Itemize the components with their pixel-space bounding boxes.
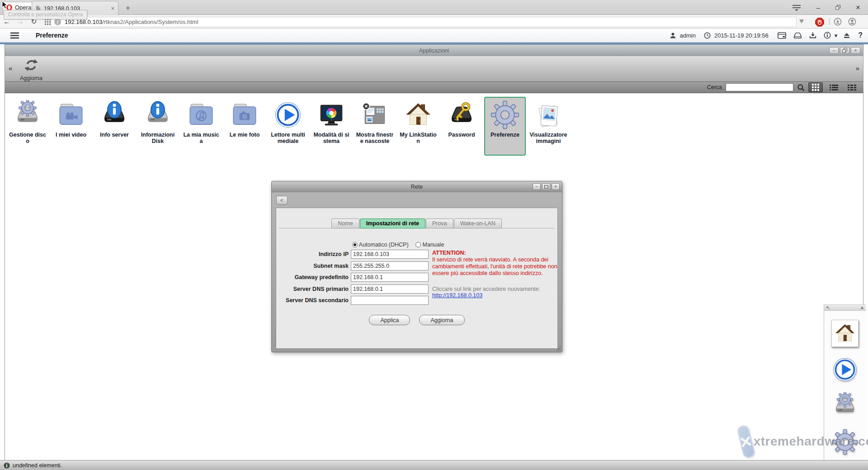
tab-prova[interactable]: Prova (426, 218, 453, 228)
apply-button[interactable]: Applica (369, 315, 410, 325)
search-icon[interactable] (797, 84, 805, 91)
dock-disk-gear[interactable] (824, 392, 866, 419)
app-hidden-windows[interactable]: Mostra finestre nascoste (354, 97, 396, 147)
browser-tab-bar: Opera 192.168.0.103 × + – × (0, 0, 868, 15)
indirizzo-ip-input[interactable] (351, 250, 429, 259)
app-label: Info server (95, 132, 133, 138)
gateway-predefinito-label: Gateway predefinito (276, 274, 349, 280)
indirizzo-ip-label: Indirizzo IP (276, 251, 349, 257)
download-tray-icon[interactable] (809, 32, 816, 39)
gear-icon (486, 100, 524, 130)
dhcp-radio[interactable] (352, 242, 358, 247)
downloads-icon[interactable] (834, 18, 842, 26)
drive-icon[interactable] (793, 32, 802, 39)
plus-icon: + (126, 4, 130, 12)
new-tab-button[interactable]: + (122, 3, 134, 14)
datetime: 2015-11-19 20:19:56 (714, 32, 769, 39)
user-name[interactable]: admin (680, 32, 696, 39)
caret-down-icon[interactable]: ▾ (835, 33, 838, 38)
app-window-minimize-button[interactable]: – (829, 47, 839, 54)
search-input[interactable] (726, 83, 793, 91)
app-home[interactable]: My LinkStation (397, 97, 439, 147)
dialog-resize-grip[interactable] (555, 345, 561, 351)
dialog-titlebar[interactable]: Rete – × (272, 181, 562, 192)
help-button[interactable]: ? (858, 31, 863, 39)
tab-impostazioni-di-rete[interactable]: Impostazioni di rete (360, 218, 425, 228)
dock-home[interactable] (824, 320, 866, 347)
tab-wake-on-lan[interactable]: Wake-on-LAN (454, 218, 502, 228)
status-text: undefined elementi. (13, 462, 62, 469)
desktop-window-icon[interactable] (778, 32, 786, 39)
dialog-back-button[interactable]: < (276, 196, 288, 204)
subnet-mask-input[interactable] (351, 261, 429, 271)
applications-window-titlebar[interactable]: Applicazioni – × (5, 44, 863, 56)
close-icon: × (854, 48, 857, 53)
window-restore-button[interactable] (828, 0, 848, 15)
app-folder-video[interactable]: I miei video (50, 97, 92, 141)
minimize-icon: – (535, 185, 538, 189)
list-view-icon (830, 84, 838, 90)
refresh-label: Aggiorna (17, 75, 46, 81)
window-close-button[interactable]: × (848, 0, 868, 15)
url-host: 192.168.0.103 (65, 19, 102, 25)
app-image-viewer[interactable]: Visualizzatore immagini (528, 97, 569, 147)
form-row: Indirizzo IP (276, 250, 439, 259)
refresh-button[interactable]: Aggiorna (17, 58, 46, 81)
app-system-mode[interactable]: Modalità di sistema (311, 97, 352, 147)
app-window-restore-button[interactable] (840, 47, 849, 54)
view-grid-button[interactable] (808, 82, 823, 92)
view-detail-button[interactable] (844, 82, 859, 92)
app-folder-music[interactable]: La mia musica (180, 97, 222, 147)
dock-corner-arrow-icon[interactable] (826, 306, 830, 310)
status-info-icon (4, 462, 10, 469)
applications-window-title: Applicazioni (419, 47, 449, 54)
hamburger-menu-icon[interactable] (10, 32, 19, 39)
app-media-player[interactable]: Lettore multimediale (267, 97, 309, 147)
dialog-minimize-button[interactable]: – (533, 183, 541, 190)
app-label: Password (443, 132, 481, 138)
app-password-key[interactable]: Password (441, 97, 482, 141)
dialog-close-button[interactable]: × (552, 183, 560, 190)
eject-icon[interactable] (844, 33, 850, 38)
status-bar: undefined elementi. (0, 460, 868, 470)
subnet-mask-label: Subnet mask (276, 263, 349, 269)
window-minimize-button[interactable]: – (808, 0, 828, 15)
app-window-close-button[interactable]: × (851, 47, 860, 54)
app-label: Mostra finestre nascoste (356, 132, 394, 144)
opera-button-tooltip: Controlla e personalizza Opera (4, 10, 87, 19)
server-dns-primario-input[interactable] (351, 285, 429, 294)
dialog-maximize-button[interactable] (542, 183, 550, 190)
app-server-info[interactable]: Info server (94, 97, 135, 141)
restore-icon (835, 5, 841, 10)
app-gear[interactable]: Preferenze (484, 97, 526, 156)
relogin-link[interactable]: http://192.168.0.103 (432, 292, 482, 299)
clock-icon (704, 32, 711, 39)
scroll-up-icon[interactable] (860, 306, 864, 309)
detail-view-icon (848, 84, 856, 90)
collapse-left-chevron[interactable]: « (9, 64, 12, 72)
dock-media-player[interactable] (824, 356, 866, 383)
tab-nome[interactable]: Nome (331, 218, 359, 228)
tab-close-icon[interactable]: × (111, 5, 114, 11)
app-disk-gear[interactable]: Gestione disco (7, 97, 48, 147)
refresh-dialog-button[interactable]: Aggiorna (419, 315, 464, 325)
minimize-icon: – (833, 48, 835, 53)
view-list-button[interactable] (826, 82, 841, 92)
browser-menu-icon[interactable] (787, 0, 807, 15)
app-disk-info[interactable]: Informazioni Disk (137, 97, 179, 147)
server-dns-secondario-input[interactable] (351, 296, 429, 305)
gateway-predefinito-input[interactable] (351, 273, 429, 282)
bookmark-heart-icon[interactable]: ♥ (799, 17, 804, 25)
url-field[interactable]: f 192.168.0.103/rtknas2/Applications/Sys… (51, 17, 797, 27)
applications-search-bar: Cerca (5, 81, 863, 93)
disk-info-icon (139, 100, 177, 130)
profile-avatar-icon[interactable] (848, 18, 856, 26)
manual-radio[interactable] (415, 242, 421, 247)
form-row: Subnet mask (276, 261, 439, 271)
app-label: Visualizzatore immagini (529, 132, 567, 144)
info-circle-icon[interactable] (824, 32, 831, 39)
expand-right-chevron[interactable]: » (856, 64, 859, 72)
app-folder-photo[interactable]: Le mie foto (224, 97, 265, 141)
adblock-badge-icon[interactable] (815, 18, 824, 27)
dock-gear[interactable] (824, 428, 866, 456)
